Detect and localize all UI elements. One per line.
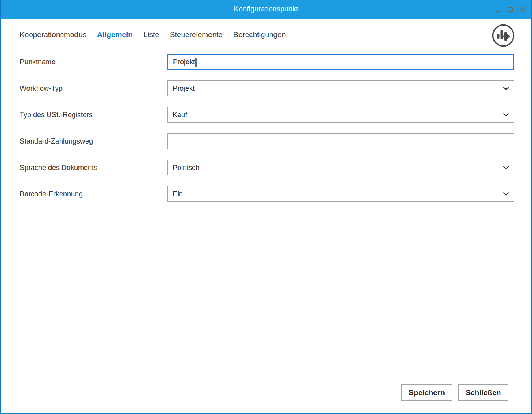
sprache-value: Polnisch <box>173 164 199 172</box>
workflow-typ-select[interactable]: Projekt <box>167 80 514 96</box>
zahlungsweg-input[interactable] <box>167 133 514 149</box>
tab-allgemein[interactable]: Allgemein <box>97 30 133 39</box>
form-row-zahlungsweg: Standard-Zahlungsweg <box>1 133 531 149</box>
form-row-workflow-typ: Workflow-Typ Projekt <box>1 80 531 96</box>
sprache-select[interactable]: Polnisch <box>167 160 514 175</box>
punktname-input[interactable]: Projekt <box>167 54 514 70</box>
tab-liste[interactable]: Liste <box>143 30 159 39</box>
form-row-punktname: Punktname Projekt <box>1 54 531 70</box>
tab-kooperationsmodus[interactable]: Kooperationsmodus <box>20 30 86 39</box>
zahlungsweg-label: Standard-Zahlungsweg <box>20 133 93 149</box>
form-row-ust-register: Typ des USt.-Registers Kauf <box>1 107 531 123</box>
tab-berechtigungen[interactable]: Berechtigungen <box>233 30 286 39</box>
maximize-icon <box>508 7 513 12</box>
sprache-label: Sprache des Dokuments <box>20 160 97 175</box>
window-title: Konfigurationspunkt <box>234 5 298 13</box>
barcode-label: Barcode-Erkennung <box>20 186 83 202</box>
close-dialog-button[interactable]: Schließen <box>458 384 508 401</box>
save-button[interactable]: Speichern <box>401 384 452 401</box>
chevron-down-icon <box>503 166 509 170</box>
workflow-typ-label: Workflow-Typ <box>20 80 63 96</box>
ust-register-value: Kauf <box>173 111 187 119</box>
workflow-typ-value: Projekt <box>173 84 195 93</box>
close-button[interactable] <box>519 6 526 13</box>
punktname-value: Projekt <box>173 58 195 66</box>
minimize-icon <box>495 11 500 12</box>
chevron-down-icon <box>503 86 509 90</box>
chevron-down-icon <box>503 113 509 117</box>
waveform-arrow-icon[interactable] <box>491 24 515 47</box>
chevron-down-icon <box>503 192 509 196</box>
barcode-value: Ein <box>173 190 183 198</box>
configuration-dialog: Konfigurationspunkt Kooperationsmodus Al… <box>0 0 532 414</box>
window-controls <box>495 0 526 19</box>
general-settings-form: Punktname Projekt Workflow-Typ Projekt T… <box>1 54 531 213</box>
tab-steuerelemente[interactable]: Steuerelemente <box>170 30 223 39</box>
form-row-barcode: Barcode-Erkennung Ein <box>1 186 531 202</box>
barcode-select[interactable]: Ein <box>167 186 514 202</box>
minimize-button[interactable] <box>495 6 501 13</box>
maximize-button[interactable] <box>507 6 513 13</box>
ust-register-label: Typ des USt.-Registers <box>20 107 93 123</box>
close-icon <box>519 6 526 13</box>
form-row-sprache: Sprache des Dokuments Polnisch <box>1 160 531 175</box>
ust-register-select[interactable]: Kauf <box>167 107 514 123</box>
punktname-label: Punktname <box>20 54 56 70</box>
text-caret <box>195 58 197 67</box>
titlebar: Konfigurationspunkt <box>0 0 532 19</box>
tab-bar: Kooperationsmodus Allgemein Liste Steuer… <box>20 30 286 39</box>
